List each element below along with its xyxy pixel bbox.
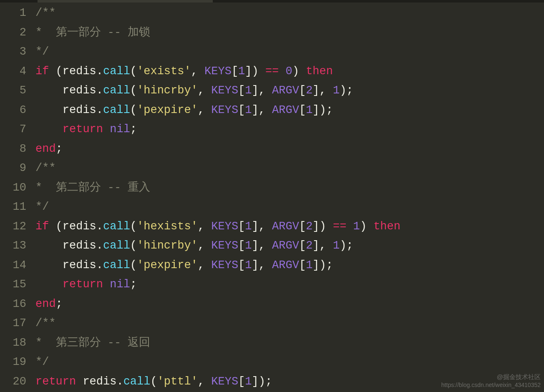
token-comment: */	[35, 356, 49, 368]
token-keyword: end	[35, 298, 56, 310]
code-editor[interactable]: 1234567891011121314151617181920 /*** 第一部…	[0, 0, 544, 392]
code-line[interactable]: redis.call('hincrby', KEYS[1], ARGV[2], …	[35, 81, 544, 101]
token-semi: ;	[56, 143, 63, 155]
token-op: ==	[333, 220, 346, 233]
token-identifier: redis	[63, 259, 96, 271]
token-paren: [	[238, 375, 245, 388]
token-paren: ,	[198, 220, 211, 233]
token-paren	[103, 278, 110, 291]
tab-segment[interactable]	[213, 0, 384, 3]
token-global: ARGV	[272, 84, 299, 97]
line-number: 5	[0, 81, 26, 101]
token-paren	[346, 220, 353, 233]
code-line[interactable]: redis.call('hincrby', KEYS[1], ARGV[2], …	[35, 236, 544, 256]
code-line[interactable]: end;	[35, 294, 544, 314]
token-paren: [	[299, 84, 306, 97]
token-identifier: redis	[83, 375, 116, 388]
token-keyword: return	[63, 278, 103, 291]
token-paren: [	[238, 104, 245, 116]
token-keyword: then	[306, 65, 333, 78]
line-number: 6	[0, 101, 26, 120]
code-line[interactable]: if (redis.call('exists', KEYS[1]) == 0) …	[35, 62, 544, 81]
token-string: 'exists'	[137, 65, 191, 78]
token-paren: )	[292, 65, 306, 78]
token-string: 'pexpire'	[137, 104, 198, 116]
token-paren: ])	[312, 104, 326, 116]
token-paren: ,	[198, 239, 211, 252]
code-line[interactable]: redis.call('pexpire', KEYS[1], ARGV[1]);	[35, 256, 544, 275]
line-number: 10	[0, 178, 26, 198]
tab-segment[interactable]	[0, 0, 38, 3]
token-paren: (	[130, 84, 137, 97]
token-paren: ],	[252, 239, 272, 252]
line-number: 13	[0, 236, 26, 256]
line-number: 7	[0, 120, 26, 139]
code-line[interactable]: /**	[35, 314, 544, 333]
token-paren: [	[299, 239, 306, 252]
tab-segment-active[interactable]	[38, 0, 213, 3]
token-paren: (	[49, 220, 62, 233]
token-number: 1	[245, 239, 252, 252]
token-global: KEYS	[211, 84, 238, 97]
code-content[interactable]: /*** 第一部分 -- 加锁*/if (redis.call('exists'…	[35, 3, 544, 392]
token-paren: [	[238, 84, 245, 97]
token-paren: ,	[198, 84, 211, 97]
token-number: 1	[245, 375, 252, 388]
code-line[interactable]: */	[35, 42, 544, 62]
token-identifier: redis	[63, 239, 96, 252]
code-line[interactable]: return nil;	[35, 120, 544, 139]
code-line[interactable]: */	[35, 197, 544, 217]
token-identifier: redis	[63, 220, 96, 233]
token-paren: ],	[312, 84, 333, 97]
token-dot: .	[96, 259, 103, 271]
code-line[interactable]: end;	[35, 139, 544, 159]
token-paren	[279, 65, 285, 78]
token-comment: */	[35, 201, 49, 213]
line-number: 16	[0, 294, 26, 314]
token-paren: ],	[252, 220, 272, 233]
token-string: 'hincrby'	[137, 239, 198, 252]
token-semi: ;	[346, 84, 353, 97]
token-dot: .	[116, 375, 123, 388]
code-line[interactable]: /**	[35, 158, 544, 178]
token-semi: ;	[326, 104, 333, 116]
token-paren: [	[299, 104, 306, 116]
token-global: KEYS	[211, 220, 238, 233]
code-line[interactable]: * 第三部分 -- 返回	[35, 333, 544, 353]
line-number: 11	[0, 197, 26, 217]
line-number: 4	[0, 62, 26, 81]
token-dot: .	[96, 104, 103, 116]
token-paren: ])	[312, 259, 326, 271]
tab-segment[interactable]	[384, 0, 544, 3]
token-paren: [	[232, 65, 238, 78]
token-global: KEYS	[211, 104, 238, 116]
line-number: 15	[0, 275, 26, 294]
token-nil: nil	[110, 123, 130, 136]
token-method: call	[103, 259, 130, 271]
code-line[interactable]: */	[35, 352, 544, 372]
token-method: call	[123, 375, 151, 388]
token-global: KEYS	[211, 375, 238, 388]
token-paren: ],	[312, 239, 333, 252]
token-number: 2	[306, 239, 312, 252]
token-paren: ,	[198, 104, 211, 116]
code-line[interactable]: * 第二部分 -- 重入	[35, 178, 544, 198]
token-number: 1	[238, 65, 245, 78]
token-comment: /**	[35, 162, 56, 174]
token-comment: /**	[35, 317, 56, 329]
code-line[interactable]: /**	[35, 3, 544, 23]
line-number: 19	[0, 352, 26, 372]
token-keyword: return	[63, 123, 103, 136]
code-line[interactable]: * 第一部分 -- 加锁	[35, 23, 544, 43]
token-paren: ,	[198, 259, 211, 271]
token-dot: .	[96, 65, 103, 78]
code-line[interactable]: if (redis.call('hexists', KEYS[1], ARGV[…	[35, 217, 544, 236]
token-dot: .	[96, 84, 103, 97]
token-semi: ;	[56, 298, 63, 310]
token-semi: ;	[130, 278, 137, 291]
token-paren: ])	[245, 65, 265, 78]
token-comment: * 第三部分 -- 返回	[35, 337, 150, 349]
code-line[interactable]: redis.call('pexpire', KEYS[1], ARGV[1]);	[35, 101, 544, 120]
code-line[interactable]: return nil;	[35, 275, 544, 294]
token-paren: [	[299, 220, 306, 233]
